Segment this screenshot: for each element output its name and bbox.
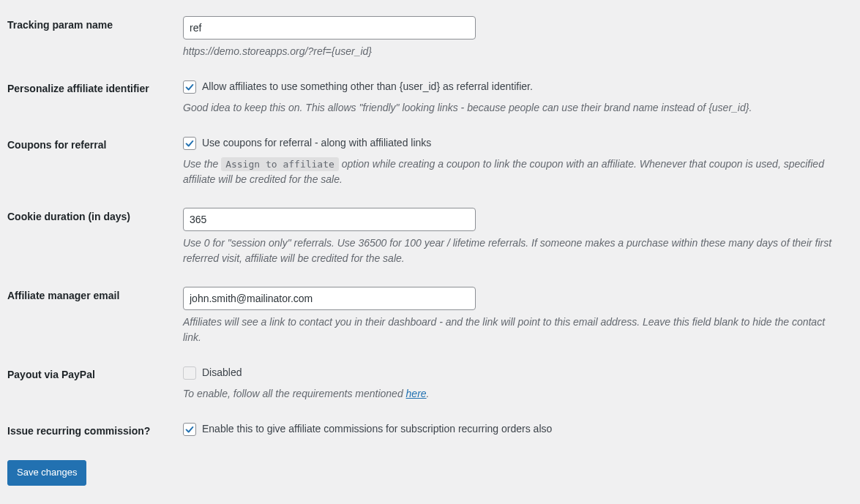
paypal-hint: To enable, follow all the requirements m… (183, 386, 845, 402)
paypal-checkbox-label: Disabled (202, 366, 242, 380)
recurring-checkbox-label: Enable this to give affiliate commission… (202, 422, 552, 437)
tracking-param-hint: https://demo.storeapps.org/?ref={user_id… (183, 44, 845, 59)
cookie-hint: Use 0 for "session only" referrals. Use … (183, 236, 845, 266)
personalize-checkbox[interactable] (183, 80, 196, 94)
coupons-hint: Use the Assign to affiliate option while… (183, 157, 845, 187)
paypal-here-link[interactable]: here (406, 388, 427, 399)
paypal-label: Payout via PayPal (7, 356, 183, 412)
coupons-hint-code: Assign to affiliate (221, 157, 339, 171)
tracking-param-label: Tracking param name (7, 6, 183, 69)
tracking-param-input[interactable] (183, 16, 476, 40)
personalize-checkbox-label: Allow affiliates to use something other … (202, 80, 533, 94)
manager-email-label: Affiliate manager email (7, 277, 183, 356)
personalize-hint: Good idea to keep this on. This allows "… (183, 100, 845, 116)
paypal-checkbox (183, 366, 196, 380)
cookie-label: Cookie duration (in days) (7, 198, 183, 277)
coupons-label: Coupons for referral (7, 126, 183, 198)
save-changes-button[interactable]: Save changes (7, 460, 86, 486)
personalize-label: Personalize affiliate identifier (7, 69, 183, 126)
check-icon (184, 138, 195, 148)
coupons-checkbox[interactable] (183, 137, 196, 150)
manager-email-hint: Affiliates will see a link to contact yo… (183, 315, 845, 345)
check-icon (184, 424, 195, 435)
coupons-checkbox-label: Use coupons for referral - along with af… (202, 136, 431, 151)
cookie-input[interactable] (183, 208, 476, 231)
recurring-checkbox[interactable] (183, 423, 196, 436)
recurring-label: Issue recurring commission? (7, 412, 183, 450)
manager-email-input[interactable] (183, 287, 476, 310)
check-icon (184, 82, 195, 92)
